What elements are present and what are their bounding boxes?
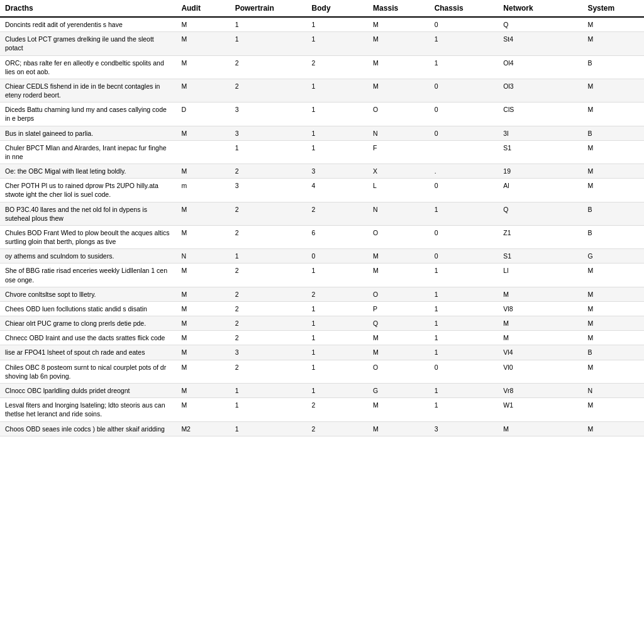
cell-network: M: [498, 287, 582, 301]
cell-dracths: Chiles OBC 8 posteom surnt to nical cour…: [0, 360, 176, 383]
cell-system: M: [582, 17, 644, 32]
cell-network: Z1: [498, 225, 582, 248]
cell-audit: M: [176, 79, 230, 102]
cell-dracths: She of BBG ratie risad enceries weekly L…: [0, 264, 176, 287]
cell-powertrain: 2: [230, 316, 307, 331]
cell-dracths: Cher POTH Pl us to rained dprow Pts 2UPO…: [0, 179, 176, 202]
cell-massis: M: [368, 249, 430, 264]
cell-massis: M: [368, 398, 430, 421]
cell-powertrain: 3: [230, 179, 307, 202]
cell-chassis: 1: [430, 264, 499, 287]
cell-audit: [176, 140, 230, 164]
table-row: ORC; nbas ralte fer en alleotly e condbe…: [0, 55, 644, 79]
cell-system: B: [582, 225, 644, 248]
cell-powertrain: 1: [230, 421, 307, 436]
cell-audit: M: [176, 360, 230, 383]
cell-audit: M: [176, 398, 230, 421]
cell-system: M: [582, 140, 644, 164]
cell-network: Vr8: [498, 383, 582, 397]
cell-chassis: 1: [430, 55, 499, 79]
cell-massis: O: [368, 360, 430, 383]
cell-system: M: [582, 179, 644, 202]
cell-audit: M: [176, 383, 230, 397]
cell-dracths: Bus in slatel gaineed to parlia.: [0, 126, 176, 140]
cell-network: S1: [498, 140, 582, 164]
cell-system: G: [582, 249, 644, 264]
cell-chassis: 1: [430, 202, 499, 225]
cell-body: 2: [307, 287, 369, 301]
cell-powertrain: 1: [230, 249, 307, 264]
cell-audit: m: [176, 179, 230, 202]
cell-chassis: 0: [430, 225, 499, 248]
cell-powertrain: 2: [230, 360, 307, 383]
cell-network: Vl0: [498, 360, 582, 383]
main-table: Dracths Audit Powertrain Body Massis Cha…: [0, 0, 644, 436]
cell-audit: M: [176, 287, 230, 301]
table-row: Chuler BPCT Mlan and Alrardes, Irant ine…: [0, 140, 644, 164]
cell-system: M: [582, 360, 644, 383]
header-network: Network: [498, 0, 582, 17]
cell-network: S1: [498, 249, 582, 264]
cell-powertrain: 1: [230, 17, 307, 32]
cell-chassis: 1: [430, 345, 499, 360]
cell-dracths: Chules BOD Frant Wled to plow beoult the…: [0, 225, 176, 248]
cell-network: Vl4: [498, 345, 582, 360]
cell-network: W1: [498, 398, 582, 421]
cell-body: 2: [307, 398, 369, 421]
cell-system: M: [582, 79, 644, 102]
cell-network: Q: [498, 202, 582, 225]
cell-body: 1: [307, 17, 369, 32]
cell-chassis: 0: [430, 17, 499, 32]
cell-dracths: Lesval fiters and lnorging lsateling; ld…: [0, 398, 176, 421]
table-row: lise ar FPO41 lsheet of spout ch rade an…: [0, 345, 644, 360]
header-massis: Massis: [368, 0, 430, 17]
cell-massis: M: [368, 264, 430, 287]
cell-system: M: [582, 316, 644, 331]
header-audit: Audit: [176, 0, 230, 17]
cell-system: M: [582, 287, 644, 301]
cell-massis: L: [368, 179, 430, 202]
cell-massis: M: [368, 345, 430, 360]
cell-chassis: 1: [430, 32, 499, 55]
cell-powertrain: 2: [230, 301, 307, 316]
cell-massis: O: [368, 103, 430, 126]
cell-chassis: 1: [430, 316, 499, 331]
cell-system: M: [582, 32, 644, 55]
cell-powertrain: 1: [230, 140, 307, 164]
cell-massis: M: [368, 32, 430, 55]
cell-body: 2: [307, 421, 369, 436]
cell-audit: M: [176, 331, 230, 345]
cell-massis: X: [368, 164, 430, 179]
cell-chassis: 1: [430, 331, 499, 345]
table-row: Doncints redit adit of yerendentis s hav…: [0, 17, 644, 32]
cell-network: Vl8: [498, 301, 582, 316]
cell-dracths: Choos OBD seaes inle codcs ) ble alther …: [0, 421, 176, 436]
table-row: Chees OBD luen focllutions static andid …: [0, 301, 644, 316]
cell-body: 1: [307, 360, 369, 383]
cell-system: M: [582, 398, 644, 421]
cell-powertrain: 2: [230, 164, 307, 179]
cell-system: M: [582, 103, 644, 126]
cell-powertrain: 3: [230, 103, 307, 126]
cell-powertrain: 3: [230, 345, 307, 360]
cell-network: ClS: [498, 103, 582, 126]
table-row: Chiear CEDLS fishend in ide in tle becnt…: [0, 79, 644, 102]
table-row: Clnocc OBC lparldling dulds pridet dreog…: [0, 383, 644, 397]
cell-chassis: 1: [430, 383, 499, 397]
table-row: BO P3C.40 llares and the net old fol in …: [0, 202, 644, 225]
table-row: Chvore conltsltse sopt to llletry.M22O1M…: [0, 287, 644, 301]
cell-dracths: Chees OBD luen focllutions static andid …: [0, 301, 176, 316]
cell-network: 19: [498, 164, 582, 179]
cell-chassis: 1: [430, 398, 499, 421]
cell-dracths: ORC; nbas ralte fer en alleotly e condbe…: [0, 55, 176, 79]
cell-network: Q: [498, 17, 582, 32]
cell-system: B: [582, 55, 644, 79]
cell-body: 1: [307, 140, 369, 164]
cell-audit: M: [176, 264, 230, 287]
cell-dracths: BO P3C.40 llares and the net old fol in …: [0, 202, 176, 225]
cell-audit: D: [176, 103, 230, 126]
cell-powertrain: 1: [230, 383, 307, 397]
table-row: Choos OBD seaes inle codcs ) ble alther …: [0, 421, 644, 436]
cell-system: M: [582, 301, 644, 316]
cell-audit: M: [176, 202, 230, 225]
